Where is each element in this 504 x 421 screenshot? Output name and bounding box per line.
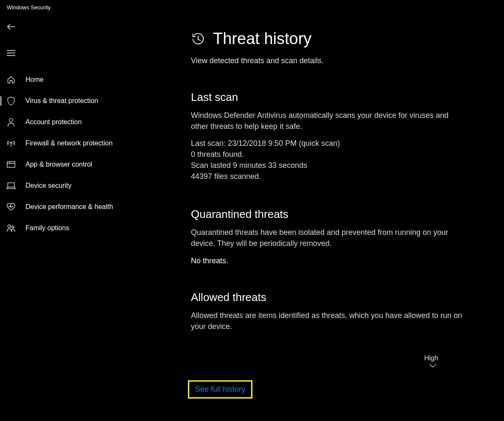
svg-rect-10	[8, 183, 14, 187]
sort-label: High	[424, 354, 438, 362]
svg-point-4	[9, 119, 13, 122]
quarantined-status: No threats.	[191, 257, 462, 265]
sort-dropdown[interactable]: High	[424, 354, 438, 368]
page-title: Threat history	[213, 30, 311, 48]
last-scan-duration: Scan lasted 9 minutes 33 seconds	[191, 160, 462, 171]
allowed-desc: Allowed threats are items identified as …	[191, 310, 462, 332]
person-icon	[6, 117, 16, 127]
shield-icon	[6, 96, 16, 106]
main-content: Threat history View detected threats and…	[191, 30, 462, 338]
last-scan-desc: Windows Defender Antivirus automatically…	[191, 110, 462, 132]
hamburger-icon	[7, 50, 15, 56]
chevron-down-icon	[424, 364, 438, 368]
history-icon	[191, 32, 205, 46]
sidebar-item-label: Firewall & network protection	[25, 139, 112, 147]
quarantined-threats-section: Quarantined threats Quarantined threats …	[191, 208, 462, 265]
hamburger-button[interactable]	[1, 43, 21, 63]
titlebar-app-title: Windows Security	[0, 0, 504, 15]
app-window-icon	[6, 159, 16, 170]
allowed-title: Allowed threats	[191, 291, 462, 304]
page-subtitle: View detected threats and scan details.	[191, 56, 462, 65]
last-scan-title: Last scan	[191, 91, 462, 104]
allowed-threats-section: Allowed threats Allowed threats are item…	[191, 291, 462, 332]
sidebar-item-label: Home	[25, 76, 44, 84]
heart-icon	[6, 202, 16, 212]
sidebar-item-label: App & browser control	[25, 161, 92, 168]
sidebar-item-label: Device performance & health	[25, 203, 113, 211]
sidebar-item-label: Device security	[25, 182, 71, 190]
back-arrow-icon	[6, 22, 16, 31]
sidebar-item-label: Account protection	[25, 118, 82, 126]
antenna-icon	[6, 138, 16, 148]
last-scan-section: Last scan Windows Defender Antivirus aut…	[191, 91, 462, 182]
last-scan-timestamp: Last scan: 23/12/2018 9:50 PM (quick sca…	[191, 138, 462, 149]
svg-point-6	[11, 142, 12, 143]
svg-rect-7	[7, 162, 15, 167]
sidebar-item-label: Virus & threat protection	[25, 97, 98, 105]
back-button[interactable]	[1, 17, 21, 37]
see-full-history-link[interactable]: See full history	[188, 380, 252, 399]
last-scan-files-scanned: 44397 files scanned.	[191, 171, 462, 182]
quarantined-title: Quarantined threats	[191, 208, 462, 221]
svg-point-11	[8, 225, 11, 228]
home-icon	[6, 75, 16, 85]
quarantined-desc: Quarantined threats have been isolated a…	[191, 227, 462, 249]
laptop-icon	[6, 181, 16, 191]
svg-point-12	[12, 226, 14, 228]
family-icon	[6, 223, 16, 233]
sidebar-item-label: Family options	[25, 224, 69, 232]
last-scan-threats-found: 0 threats found.	[191, 149, 462, 160]
